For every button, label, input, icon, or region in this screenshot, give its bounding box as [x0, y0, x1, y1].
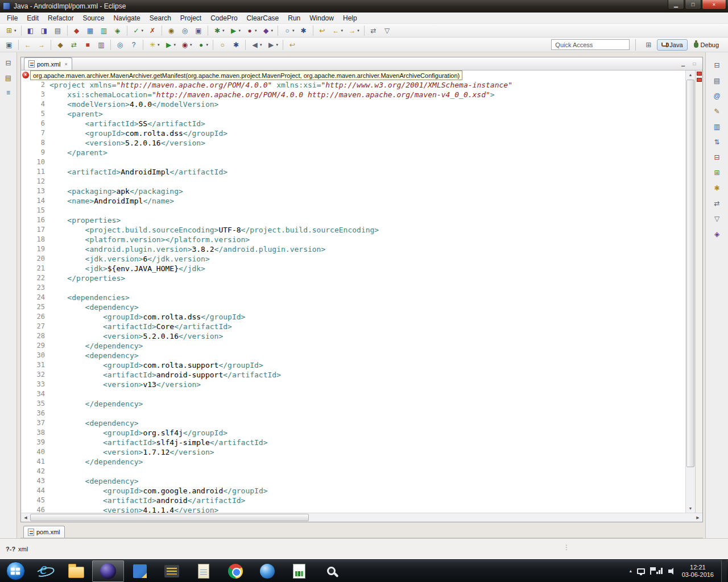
taskbar-archive-button[interactable]: [156, 560, 188, 582]
annotation-gutter-cell[interactable]: [21, 302, 30, 312]
code-line[interactable]: 33 <version>v13</version>: [21, 380, 685, 389]
annotation-gutter-cell[interactable]: [21, 418, 30, 428]
error-overview-marker[interactable]: [697, 72, 702, 76]
taskbar-explorer-button[interactable]: [60, 560, 92, 582]
horizontal-scroll-track[interactable]: [30, 513, 693, 522]
annotation-gutter-cell[interactable]: [21, 196, 30, 206]
back-button[interactable]: ←: [22, 39, 34, 51]
code-line[interactable]: 17 <project.build.sourceEncoding>UTF-8</…: [21, 225, 685, 235]
junit-test-button[interactable]: ◈: [111, 25, 124, 36]
delete-item-button[interactable]: ✗: [146, 25, 159, 36]
annotation-gutter-cell[interactable]: [21, 341, 30, 351]
annotation-gutter-cell[interactable]: [21, 370, 30, 380]
code-line[interactable]: 12: [21, 177, 685, 186]
annotation-gutter-cell[interactable]: [21, 138, 30, 148]
magnify-button[interactable]: ◎: [114, 39, 126, 51]
annotation-gutter-cell[interactable]: [21, 186, 30, 196]
overview-ruler[interactable]: [695, 70, 702, 513]
code-line[interactable]: 6 <artifactId>SS</artifactId>: [21, 119, 685, 128]
taskbar-clock[interactable]: 12:21 03-06-2016: [682, 564, 714, 579]
code-line[interactable]: 19 <android.plugin.version>3.8.2</androi…: [21, 244, 685, 254]
menu-project[interactable]: Project: [176, 13, 206, 23]
code-line[interactable]: 45 <artifactId>android</artifactId>: [21, 496, 685, 505]
minimize-editor-button[interactable]: ▁: [679, 60, 688, 68]
scroll-right-icon[interactable]: ▶: [693, 513, 702, 522]
menu-file[interactable]: File: [2, 13, 22, 23]
code-line[interactable]: 24 <dependencies>: [21, 293, 685, 302]
ant-build-button[interactable]: ◆: [54, 39, 67, 51]
favorites-button[interactable]: ✱: [712, 183, 722, 193]
type-hierarchy-button[interactable]: ≡: [3, 88, 14, 98]
code-line[interactable]: 35 </dependency>: [21, 399, 685, 409]
annotation-gutter-cell[interactable]: [21, 244, 30, 254]
annotation-gutter-cell[interactable]: [21, 264, 30, 273]
taskbar-app-button[interactable]: [251, 560, 283, 582]
tray-flag-icon[interactable]: [650, 567, 651, 575]
code-line[interactable]: 46 <version>4.1.1.4</version>: [21, 505, 685, 513]
menu-edit[interactable]: Edit: [22, 13, 43, 23]
annotation-gutter-cell[interactable]: [21, 177, 30, 186]
menu-window[interactable]: Window: [305, 13, 338, 23]
menu-source[interactable]: Source: [78, 13, 109, 23]
coverage-last-button[interactable]: ◉▾: [179, 39, 194, 51]
start-button[interactable]: [2, 560, 28, 582]
code-line[interactable]: 27 <artifactId>Core</artifactId>: [21, 322, 685, 331]
perspective-java-button[interactable]: Java: [657, 39, 687, 51]
codepro-dashboard-button[interactable]: ▥: [98, 25, 110, 36]
annotation-gutter-cell[interactable]: [21, 215, 30, 225]
code-line[interactable]: 42: [21, 467, 685, 476]
tab-pom-xml[interactable]: pom.xml ×: [24, 57, 72, 70]
restore-right-views-button[interactable]: ⊟: [712, 60, 722, 70]
save-all-button[interactable]: ◨: [38, 25, 51, 36]
menu-clearcase[interactable]: ClearCase: [242, 13, 284, 23]
code-line[interactable]: 11 <artifactId>AndroidImpl</artifactId>: [21, 167, 685, 177]
annotation-gutter-cell[interactable]: [21, 496, 30, 505]
collapse-all-button[interactable]: ⊟: [712, 152, 722, 163]
code-line[interactable]: 36: [21, 409, 685, 418]
task-check-button[interactable]: ✓▾: [130, 25, 146, 36]
annotation-gutter-cell[interactable]: [21, 273, 30, 283]
code-line[interactable]: 44 <groupId>com.google.android</groupId>: [21, 486, 685, 496]
previous-annotation-button[interactable]: ◀▾: [249, 39, 264, 51]
taskbar-chrome-button[interactable]: [220, 560, 251, 582]
show-annotations-button[interactable]: @: [712, 91, 722, 101]
menu-codepro[interactable]: CodePro: [206, 13, 242, 23]
code-line[interactable]: 20 <jdk.version>6</jdk.version>: [21, 254, 685, 264]
annotation-gutter-cell[interactable]: [21, 254, 30, 264]
annotation-gutter-cell[interactable]: [21, 331, 30, 341]
code-line[interactable]: 29 </dependency>: [21, 341, 685, 351]
codepro-audit-button[interactable]: ◆: [71, 25, 83, 36]
code-line[interactable]: 25 <dependency>: [21, 302, 685, 312]
quick-fix-button[interactable]: ✳▾: [146, 39, 162, 51]
taskbar-chart-button[interactable]: [283, 560, 315, 582]
annotation-gutter-cell[interactable]: [21, 486, 30, 496]
annotation-gutter-cell[interactable]: [21, 157, 30, 167]
forward-button[interactable]: →: [35, 39, 48, 51]
annotation-gutter-cell[interactable]: [21, 380, 30, 389]
close-button[interactable]: ×: [702, 0, 726, 10]
open-search-button[interactable]: ✱: [297, 25, 310, 36]
scroll-left-icon[interactable]: ◀: [21, 513, 30, 522]
terminate-button[interactable]: ■: [81, 39, 94, 51]
annotation-gutter-cell[interactable]: [21, 225, 30, 235]
clearcase-checkin-button[interactable]: ◉: [165, 25, 177, 36]
code-line[interactable]: 22 </properties>: [21, 273, 685, 283]
vertical-scrollbar[interactable]: ▲ ▼: [685, 70, 695, 513]
tray-volume-icon[interactable]: [668, 569, 671, 573]
pin-editor-button[interactable]: ▽: [381, 25, 394, 36]
tray-chevron-icon[interactable]: ▴: [630, 568, 632, 573]
link-with-editor-button[interactable]: ⇄: [367, 25, 380, 36]
clearcase-checkout-button[interactable]: ◎: [179, 25, 191, 36]
annotation-gutter-cell[interactable]: [21, 447, 30, 457]
code-line[interactable]: 38 <groupId>org.slf4j</groupId>: [21, 428, 685, 438]
taskbar-ie-button[interactable]: [28, 560, 60, 582]
code-line[interactable]: 18 <platform.version></platform.version>: [21, 235, 685, 244]
error-overview-marker[interactable]: [697, 78, 702, 82]
taskbar-notepad-button[interactable]: [188, 560, 220, 582]
print-button[interactable]: ▤: [52, 25, 64, 36]
codepro-metrics-button[interactable]: ▦: [84, 25, 97, 36]
external-tools-run-button[interactable]: ●▾: [195, 39, 210, 51]
code-line[interactable]: 41 </dependency>: [21, 457, 685, 467]
code-line[interactable]: 39 <artifactId>slf4j-simple</artifactId>: [21, 438, 685, 447]
preview-button[interactable]: ▥: [712, 122, 722, 132]
